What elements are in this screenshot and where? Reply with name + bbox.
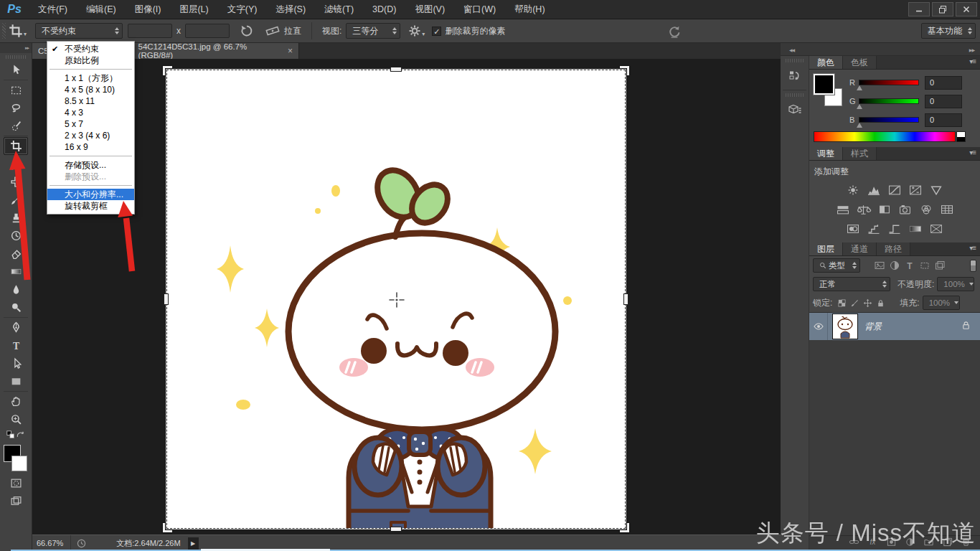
crop-menu-item-14[interactable]: 大小和分辨率... xyxy=(47,189,134,200)
menu-9[interactable]: 窗口(W) xyxy=(454,4,505,14)
crop-menu-item-4[interactable]: 4 x 5 (8 x 10) xyxy=(47,84,134,95)
crop-handle-right[interactable] xyxy=(623,293,628,305)
layer-filter-toggle[interactable] xyxy=(970,260,976,272)
layer-visibility-toggle[interactable] xyxy=(809,313,828,340)
restore-button[interactable] xyxy=(932,2,953,17)
spectrum-bw-caps[interactable] xyxy=(956,131,966,142)
crop-handle-bottom-left[interactable] xyxy=(163,523,172,532)
b-value-field[interactable]: 0 xyxy=(925,113,962,127)
shape-filter-icon[interactable] xyxy=(917,258,932,273)
tab-样式[interactable]: 样式 xyxy=(843,147,877,160)
layer-row-background[interactable]: 背景 xyxy=(809,313,980,340)
tab-图层[interactable]: 图层 xyxy=(809,242,843,255)
panel-menu-icon[interactable]: ▾≡ xyxy=(969,244,976,252)
adjustment-threshold-icon[interactable] xyxy=(885,222,904,235)
crop-menu-item-1[interactable]: 原始比例 xyxy=(47,55,134,66)
adjustment-color-lookup-icon[interactable] xyxy=(938,203,956,216)
crop-bounds[interactable] xyxy=(166,70,626,529)
panel-menu-icon[interactable]: ▾≡ xyxy=(969,57,976,65)
crop-height-input[interactable] xyxy=(185,24,230,38)
crop-menu-item-0[interactable]: ✔不受约束 xyxy=(47,43,134,55)
adjustment-exposure-icon[interactable] xyxy=(906,184,925,197)
history-panel-icon[interactable] xyxy=(783,65,806,87)
eyedropper-tool[interactable] xyxy=(4,155,28,173)
crop-tool-preset-icon[interactable] xyxy=(9,24,23,38)
r-slider[interactable] xyxy=(859,80,919,85)
lock-paint-icon[interactable] xyxy=(848,297,861,309)
tab-颜色[interactable]: 颜色 xyxy=(809,56,843,69)
menu-0[interactable]: 文件(F) xyxy=(29,4,77,14)
crop-handle-bottom-right[interactable] xyxy=(620,523,629,532)
blur-tool[interactable] xyxy=(4,281,28,298)
tab-close-icon[interactable]: × xyxy=(288,46,293,56)
status-flyout-arrow[interactable]: ▶ xyxy=(188,537,199,550)
crop-menu-item-3[interactable]: 1 x 1（方形） xyxy=(47,72,134,84)
adjustment-posterize-icon[interactable] xyxy=(864,222,883,235)
reset-tool-icon[interactable] xyxy=(667,24,682,39)
menu-4[interactable]: 文字(Y) xyxy=(218,4,267,14)
aspect-ratio-select[interactable]: 不受约束 xyxy=(35,23,123,39)
menu-10[interactable]: 帮助(H) xyxy=(505,4,554,14)
quick-mask-button[interactable] xyxy=(4,474,28,492)
rectangle-tool[interactable] xyxy=(4,372,28,390)
adjustment-selective-color-icon[interactable] xyxy=(927,222,946,235)
crop-menu-item-6[interactable]: 4 x 3 xyxy=(47,107,134,118)
adjustment-levels-icon[interactable] xyxy=(864,184,883,197)
crop-width-input[interactable] xyxy=(128,24,172,38)
canvas-viewport[interactable] xyxy=(32,59,781,534)
menu-2[interactable]: 图像(I) xyxy=(126,4,171,14)
adjustment-color-balance-icon[interactable] xyxy=(854,203,873,216)
adjustment-curves-icon[interactable] xyxy=(885,184,904,197)
smart-object-filter-icon[interactable] xyxy=(932,258,947,273)
adjustment-invert-icon[interactable] xyxy=(844,222,862,235)
pixel-filter-icon[interactable] xyxy=(872,258,887,273)
menu-1[interactable]: 编辑(E) xyxy=(77,4,126,14)
preset-dropdown-arrow[interactable]: ▾ xyxy=(24,31,27,37)
adjustment-hue-saturation-icon[interactable] xyxy=(834,203,852,216)
default-colors-icon[interactable] xyxy=(6,430,16,443)
crop-options-gear-icon[interactable] xyxy=(407,24,422,38)
blend-mode-select[interactable]: 正常 xyxy=(813,277,890,291)
move-tool[interactable] xyxy=(4,61,28,79)
menu-5[interactable]: 选择(S) xyxy=(266,4,315,14)
fill-select[interactable]: 100% xyxy=(923,296,960,310)
gradient-tool[interactable] xyxy=(4,263,28,281)
adjustment-brightness-contrast-icon[interactable] xyxy=(844,184,862,197)
collapse-dock-icon[interactable]: ▶▶ xyxy=(969,47,974,52)
crop-view-select[interactable]: 三等分 xyxy=(346,23,400,39)
adjustment-channel-mixer-icon[interactable] xyxy=(917,203,936,216)
tab-路径[interactable]: 路径 xyxy=(877,242,910,255)
panel-foreground-swatch[interactable] xyxy=(815,75,833,93)
zoom-level-field[interactable]: 66.67% xyxy=(32,535,71,551)
crop-handle-top-right[interactable] xyxy=(620,66,629,75)
lock-all-icon[interactable] xyxy=(874,297,887,309)
document-size-info[interactable]: 文档:2.64M/2.26M xyxy=(116,538,180,549)
panel-menu-icon[interactable]: ▾≡ xyxy=(969,149,976,156)
straighten-icon[interactable] xyxy=(265,24,280,38)
menu-3[interactable]: 图层(L) xyxy=(170,4,217,14)
straighten-label[interactable]: 拉直 xyxy=(284,25,301,37)
crop-menu-item-7[interactable]: 5 x 7 xyxy=(47,118,134,130)
close-button[interactable] xyxy=(956,2,977,17)
adjustment-filter-icon[interactable] xyxy=(887,258,902,273)
toolbar-collapse-icon[interactable]: ▸▸ xyxy=(0,43,32,53)
delete-cropped-label[interactable]: 删除裁剪的像素 xyxy=(445,25,505,37)
b-slider[interactable] xyxy=(859,117,919,123)
crop-menu-item-11[interactable]: 存储预设... xyxy=(47,159,134,171)
lasso-tool[interactable] xyxy=(4,99,28,117)
lock-position-icon[interactable] xyxy=(861,297,874,309)
screen-mode-button[interactable] xyxy=(4,492,28,510)
crop-menu-item-8[interactable]: 2 x 3 (4 x 6) xyxy=(47,130,134,141)
hand-tool[interactable] xyxy=(4,392,28,410)
adjustment-gradient-map-icon[interactable] xyxy=(906,222,925,235)
minimize-button[interactable] xyxy=(908,2,930,17)
g-slider[interactable] xyxy=(859,98,919,104)
menu-6[interactable]: 滤镜(T) xyxy=(315,4,363,14)
layer-thumbnail[interactable] xyxy=(832,314,858,339)
3d-panel-icon[interactable] xyxy=(783,100,806,121)
background-color-swatch[interactable] xyxy=(11,456,27,471)
type-tool[interactable]: T xyxy=(4,336,28,354)
history-brush-tool[interactable] xyxy=(4,227,28,245)
opacity-select[interactable]: 100% xyxy=(937,277,974,291)
menu-7[interactable]: 3D(D) xyxy=(363,4,405,14)
